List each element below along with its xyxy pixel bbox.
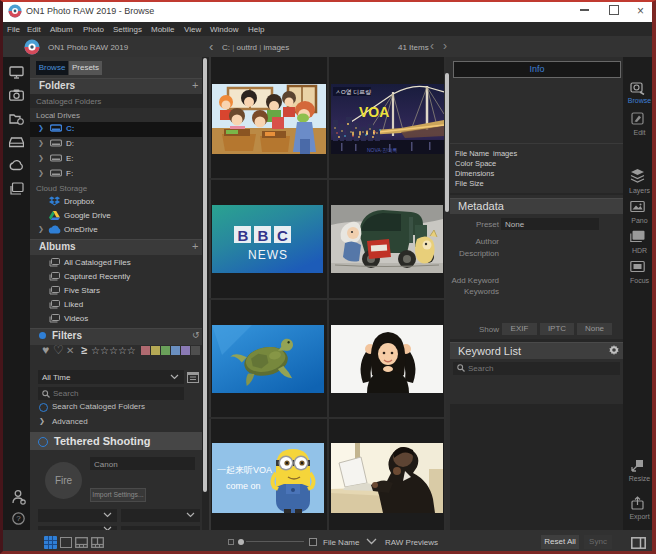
svg-text:NEWS: NEWS [248, 248, 288, 262]
svg-text:C: C [277, 227, 288, 244]
svg-text:ㅅO영 디르량: ㅅO영 디르량 [335, 89, 371, 96]
svg-text:NOVA·진테록: NOVA·진테록 [367, 147, 397, 153]
svg-text:B: B [258, 227, 269, 244]
svg-text:?: ? [16, 514, 21, 523]
svg-text:B: B [238, 227, 249, 244]
svg-text:VOA: VOA [359, 104, 389, 120]
svg-text:一起来听VOA: 一起来听VOA [217, 465, 272, 475]
svg-text:come on: come on [226, 481, 261, 491]
